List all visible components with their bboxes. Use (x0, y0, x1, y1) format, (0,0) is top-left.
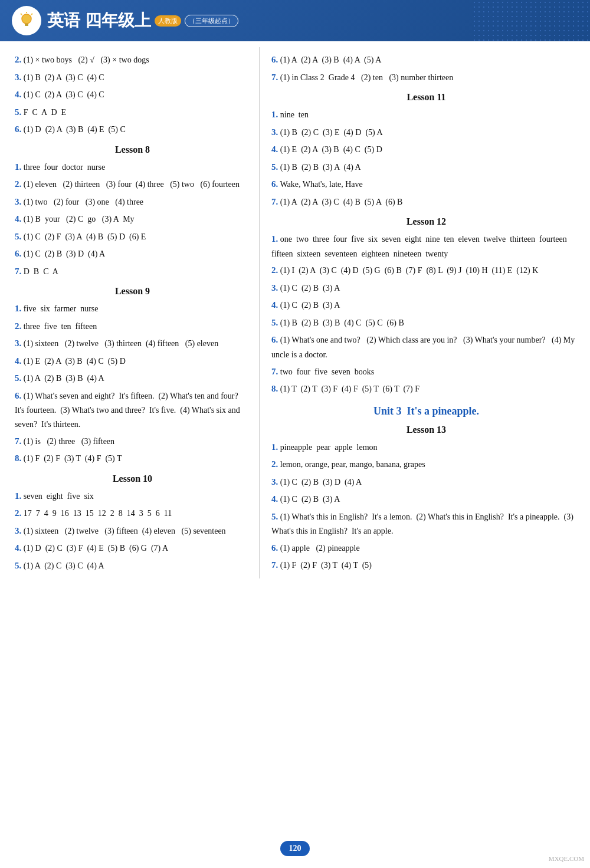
item-number: 3. (15, 73, 21, 82)
list-item: 1. five six farmer nurse (15, 301, 250, 317)
item-number: 2. (271, 459, 278, 469)
item-number: 1. (271, 442, 278, 452)
list-item: 8. (1) T (2) T (3) F (4) F (5) T (6) T (… (271, 382, 581, 397)
item-number: 7. (15, 267, 21, 276)
list-item: 5. (1) A (2) B (3) B (4) A (15, 371, 250, 386)
item-number: 5. (15, 561, 21, 570)
list-item: 4. (1) D (2) C (3) F (4) E (5) B (6) G (… (15, 541, 250, 556)
list-item: 4. (1) C (2) B (3) A (271, 298, 581, 313)
list-item: 7. (1) A (2) A (3) C (4) B (5) A (6) B (271, 195, 581, 210)
left-column: 2. (1) × two boys (2) √ (3) × two dogs 3… (0, 47, 260, 578)
list-item: 6. (1) D (2) A (3) B (4) E (5) C (15, 122, 250, 137)
item-number: 2. (15, 321, 21, 331)
item-number: 1. (15, 304, 21, 313)
list-item: 7. two four five seven books (271, 364, 581, 380)
item-number: 7. (271, 197, 278, 206)
list-item: 5. (1) A (2) C (3) C (4) A (15, 558, 250, 574)
item-number: 4. (15, 90, 21, 99)
list-item: 1. nine ten (271, 107, 581, 123)
lesson-10-title: Lesson 10 (15, 474, 250, 484)
list-item: 4. (1) C (2) B (3) A (271, 492, 581, 507)
list-item: 4. (1) B your (2) C go (3) A My (15, 212, 250, 227)
list-item: 3. (1) two (2) four (3) one (4) three (15, 195, 250, 210)
list-item: 4. (1) E (2) A (3) B (4) C (5) D (15, 354, 250, 369)
lesson-11-title: Lesson 11 (271, 92, 581, 103)
item-number: 7. (271, 73, 278, 82)
list-item: 7. (1) F (2) F (3) T (4) T (5) (271, 558, 581, 573)
book-title: 英语 四年级上 (47, 9, 151, 32)
grade-badge: （三年级起点） (185, 15, 238, 27)
list-item: 8. (1) F (2) F (3) T (4) F (5) T (15, 451, 250, 466)
list-item: 4. (1) C (2) A (3) C (4) C (15, 87, 250, 103)
lesson-13-title: Lesson 13 (271, 425, 581, 435)
list-item: 2. (1) eleven (2) thirteen (3) four (4) … (15, 177, 250, 192)
list-item: 5. (1) B (2) B (3) B (4) C (5) C (6) B (271, 315, 581, 331)
svg-rect-1 (25, 24, 28, 26)
item-number: 2. (15, 55, 21, 64)
lesson-12-title: Lesson 12 (271, 216, 581, 227)
item-number: 3. (15, 197, 21, 206)
list-item: 5. (1) B (2) B (3) A (4) A (271, 160, 581, 175)
list-item: 1. one two three four five six seven eig… (271, 232, 581, 261)
svg-point-0 (22, 14, 31, 24)
item-number: 4. (15, 543, 21, 553)
lightbulb-icon (18, 12, 35, 29)
item-number: 6. (271, 335, 278, 344)
list-item: 1. seven eight five six (15, 489, 250, 504)
svg-line-3 (31, 14, 32, 15)
item-number: 4. (271, 494, 278, 504)
edition-badge: 人教版 (155, 15, 181, 27)
list-item: 3. (1) C (2) B (3) A (271, 281, 581, 296)
main-content: 2. (1) × two boys (2) √ (3) × two dogs 3… (0, 41, 590, 584)
item-number: 6. (15, 391, 21, 400)
item-number: 6. (271, 543, 278, 553)
list-item: 6. (1) C (2) B (3) D (4) A (15, 246, 250, 262)
list-item: 7. (1) is (2) three (3) fifteen (15, 434, 250, 449)
watermark: MXQE.COM (549, 855, 584, 862)
list-item: 1. three four doctor nurse (15, 160, 250, 175)
list-item: 7. D B C A (15, 264, 250, 280)
item-number: 3. (15, 526, 21, 535)
item-number: 5. (15, 373, 21, 383)
list-item: 5. (1) C (2) F (3) A (4) B (5) D (6) E (15, 229, 250, 245)
page-header: 英语 四年级上 人教版 （三年级起点） (0, 0, 590, 41)
item-number: 4. (271, 144, 278, 154)
item-number: 5. (15, 107, 21, 117)
item-number: 8. (271, 384, 278, 393)
lesson-8-title: Lesson 8 (15, 144, 250, 155)
svg-line-4 (21, 14, 22, 15)
list-item: 5. (1) What's this in English? It's a le… (271, 509, 581, 538)
item-number: 6. (271, 179, 278, 189)
list-item: 3. (1) B (2) A (3) C (4) C (15, 70, 250, 86)
item-number: 4. (15, 214, 21, 223)
item-number: 6. (15, 249, 21, 258)
list-item: 3. (1) B (2) C (3) E (4) D (5) A (271, 125, 581, 140)
item-number: 3. (271, 283, 278, 292)
list-item: 2. three five ten fifteen (15, 319, 250, 334)
item-number: 1. (15, 491, 21, 501)
right-column: 6. (1) A (2) A (3) B (4) A (5) A 7. (1) … (260, 47, 590, 578)
list-item: 5. F C A D E (15, 105, 250, 120)
item-number: 2. (271, 265, 278, 275)
item-number: 3. (15, 338, 21, 348)
page-number: 120 (280, 841, 310, 856)
list-item: 4. (1) E (2) A (3) B (4) C (5) D (271, 142, 581, 157)
item-number: 6. (271, 55, 278, 64)
list-item: 3. (1) sixteen (2) twelve (3) fifteen (4… (15, 524, 250, 539)
item-number: 3. (271, 477, 278, 486)
item-number: 1. (271, 110, 278, 119)
list-item: 2. 17 7 4 9 16 13 15 12 2 8 14 3 5 6 11 (15, 506, 250, 521)
item-number: 5. (271, 162, 278, 172)
list-item: 2. (1) I (2) A (3) C (4) D (5) G (6) B (… (271, 263, 581, 278)
item-number: 7. (271, 560, 278, 570)
list-item: 2. lemon, orange, pear, mango, banana, g… (271, 457, 581, 472)
item-number: 5. (271, 318, 278, 327)
item-number: 1. (15, 162, 21, 172)
list-item: 2. (1) × two boys (2) √ (3) × two dogs (15, 52, 250, 68)
item-number: 4. (271, 300, 278, 310)
item-number: 7. (15, 436, 21, 446)
header-decoration (472, 0, 590, 41)
item-number: 5. (271, 512, 278, 521)
item-number: 1. (271, 234, 278, 244)
item-number: 4. (15, 356, 21, 366)
